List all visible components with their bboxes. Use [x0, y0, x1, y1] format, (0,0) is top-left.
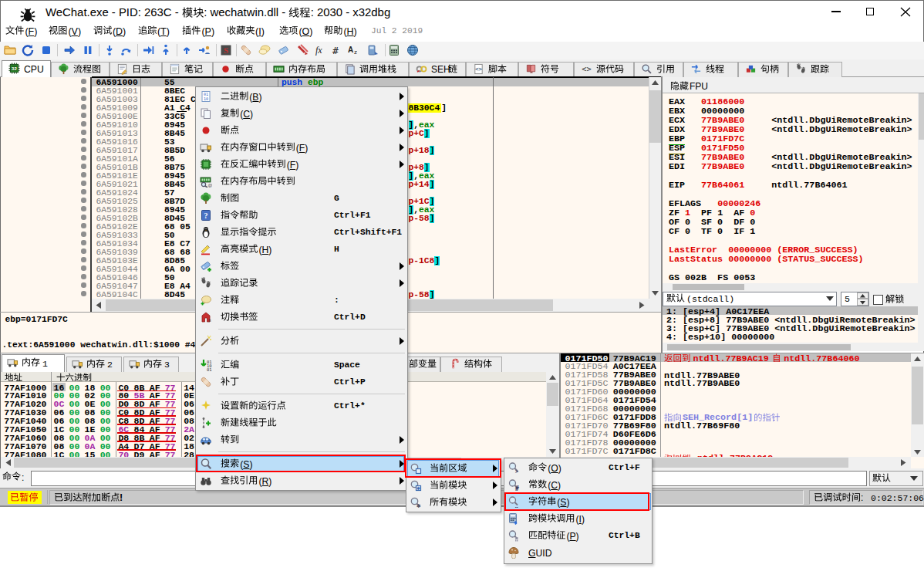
svg-text:32: 32: [12, 66, 17, 71]
svg-text:#: #: [515, 485, 519, 492]
svg-text:S: S: [224, 46, 228, 55]
svg-text:#: #: [332, 45, 339, 56]
svg-text:A: A: [348, 46, 353, 54]
svg-text:<>: <>: [475, 66, 483, 73]
svg-text:<>: <>: [582, 64, 591, 73]
svg-text:✱: ✱: [416, 503, 421, 509]
svg-text:10: 10: [204, 96, 208, 101]
svg-text:fx: fx: [315, 45, 322, 56]
svg-text:✱: ✱: [416, 485, 420, 490]
svg-text:@: @: [208, 183, 213, 188]
svg-text:?: ?: [204, 211, 208, 220]
svg-text:01: 01: [207, 367, 212, 372]
svg-text:z: z: [354, 49, 357, 56]
svg-text:>: >: [515, 468, 518, 474]
svg-text:n: n: [208, 317, 211, 323]
